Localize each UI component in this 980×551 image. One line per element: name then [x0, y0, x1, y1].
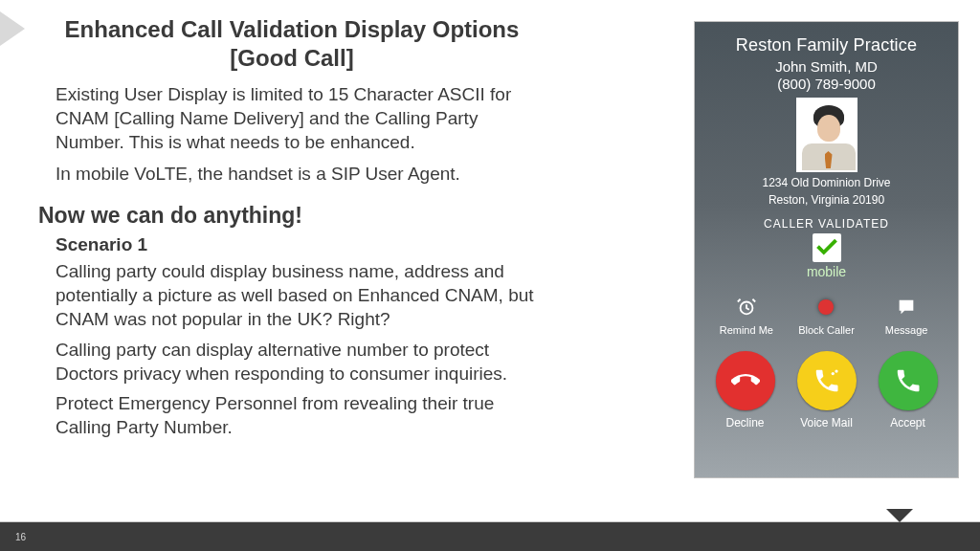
remind-me-button[interactable]: Remind Me: [713, 295, 780, 336]
decline-button[interactable]: Decline: [707, 351, 784, 430]
alarm-clock-icon: [734, 295, 759, 320]
caller-validated-label: CALLER VALIDATED: [695, 217, 958, 231]
voicemail-button[interactable]: Voice Mail: [789, 351, 865, 430]
footer-bar: 16: [0, 522, 980, 551]
accept-label: Accept: [870, 416, 947, 430]
text-column: Enhanced Call Validation Display Options…: [38, 15, 546, 445]
page-number: 16: [15, 532, 26, 542]
message-button[interactable]: Message: [873, 295, 940, 336]
svg-point-2: [835, 370, 837, 373]
mobile-label: mobile: [695, 264, 958, 279]
svg-point-1: [831, 372, 834, 375]
accept-button[interactable]: Accept: [870, 351, 947, 430]
caller-person-name: John Smith, MD: [695, 58, 958, 75]
block-dot-icon: [813, 295, 838, 320]
body-para-2: Calling party can display alternative nu…: [38, 338, 546, 386]
caller-address-line2: Reston, Virginia 20190: [695, 193, 958, 209]
caller-address-line1: 1234 Old Dominion Drive: [695, 176, 958, 191]
intro-para-2: In mobile VoLTE, the handset is a SIP Us…: [38, 162, 546, 186]
footer-pointer-icon: [886, 509, 913, 522]
remind-me-label: Remind Me: [713, 324, 780, 336]
body-para-3: Protect Emergency Personnel from reveali…: [38, 391, 546, 439]
big-action-row: Decline Voice Mail Accept: [704, 351, 948, 430]
decline-icon: [716, 351, 775, 410]
body-para-1: Calling party could display business nam…: [38, 259, 546, 331]
validated-check-icon: [813, 233, 841, 262]
slide: Enhanced Call Validation Display Options…: [0, 0, 980, 551]
caller-photo: [796, 98, 858, 172]
slide-title: Enhanced Call Validation Display Options…: [38, 15, 546, 73]
corner-arrow-decoration: [0, 11, 25, 46]
caller-number: (800) 789-9000: [695, 76, 958, 92]
accept-icon: [879, 351, 938, 410]
caller-business-name: Reston Family Practice: [695, 35, 958, 55]
decline-label: Decline: [707, 416, 784, 430]
scenario-label: Scenario 1: [38, 234, 546, 255]
voicemail-label: Voice Mail: [789, 416, 865, 430]
message-label: Message: [873, 324, 940, 336]
phone-mockup: Reston Family Practice John Smith, MD (8…: [694, 21, 959, 478]
subheading: Now we can do anything!: [38, 203, 546, 229]
block-caller-label: Block Caller: [792, 324, 859, 336]
block-caller-button[interactable]: Block Caller: [792, 295, 859, 336]
voicemail-icon: [797, 351, 857, 410]
small-action-row: Remind Me Block Caller Message: [706, 295, 947, 336]
message-bubble-icon: [894, 295, 919, 320]
intro-para-1: Existing User Display is limited to 15 C…: [38, 82, 546, 154]
